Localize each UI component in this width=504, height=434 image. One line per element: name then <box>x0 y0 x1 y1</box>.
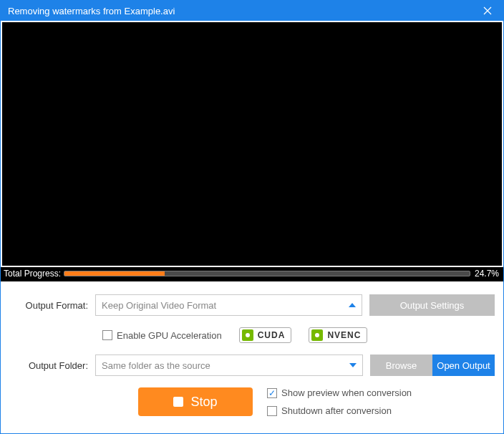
output-format-label: Output Format: <box>9 300 88 311</box>
output-folder-dropdown[interactable]: Same folder as the source <box>95 355 363 376</box>
output-format-value: Keep Original Video Format <box>102 300 216 311</box>
nvidia-icon <box>311 329 323 341</box>
output-settings-button: Output Settings <box>369 294 495 316</box>
progress-fill <box>64 271 165 276</box>
shutdown-checkbox[interactable]: Shutdown after conversion <box>267 405 412 416</box>
gpu-accel-checkbox[interactable]: Enable GPU Acceleration <box>102 330 222 341</box>
open-output-button[interactable]: Open Output <box>432 355 495 376</box>
output-format-row: Output Format: Keep Original Video Forma… <box>9 294 495 316</box>
output-folder-label: Output Folder: <box>9 360 88 371</box>
cuda-badge: CUDA <box>239 327 292 343</box>
stop-label: Stop <box>190 395 217 410</box>
chevron-up-icon <box>349 303 356 307</box>
show-preview-label: Show preview when conversion <box>281 387 412 398</box>
checkbox-icon <box>267 388 277 398</box>
browse-button: Browse <box>370 355 432 376</box>
stop-button[interactable]: Stop <box>138 387 253 416</box>
nvidia-icon <box>242 329 253 341</box>
output-format-dropdown[interactable]: Keep Original Video Format <box>95 294 362 316</box>
show-preview-checkbox[interactable]: Show preview when conversion <box>267 387 412 398</box>
stop-icon <box>173 397 183 407</box>
svg-point-3 <box>315 333 319 337</box>
window-title: Removing watermarks from Example.avi <box>8 6 478 16</box>
progress-bar <box>64 271 470 276</box>
folder-buttons: Browse Open Output <box>370 355 495 376</box>
chevron-down-icon <box>349 363 357 367</box>
output-folder-row: Output Folder: Same folder as the source… <box>9 355 495 376</box>
progress-label: Total Progress: <box>4 269 61 279</box>
close-icon[interactable] <box>478 1 498 21</box>
bottom-checkboxes: Show preview when conversion Shutdown af… <box>267 387 412 416</box>
shutdown-label: Shutdown after conversion <box>281 405 392 416</box>
controls-panel: Output Format: Keep Original Video Forma… <box>1 281 503 433</box>
checkbox-icon <box>267 406 277 416</box>
checkbox-icon <box>102 330 112 340</box>
svg-point-2 <box>246 333 250 337</box>
titlebar: Removing watermarks from Example.avi <box>1 1 503 21</box>
output-folder-value: Same folder as the source <box>102 360 210 371</box>
progress-percent: 24.7% <box>475 269 499 279</box>
gpu-row: Enable GPU Acceleration CUDA NVENC <box>9 327 495 343</box>
progress-row: Total Progress: 24.7% <box>1 267 503 281</box>
bottom-section: Stop Show preview when conversion Shutdo… <box>9 387 495 416</box>
nvenc-badge: NVENC <box>309 327 367 343</box>
video-preview <box>2 22 502 266</box>
gpu-accel-label: Enable GPU Acceleration <box>117 330 222 341</box>
